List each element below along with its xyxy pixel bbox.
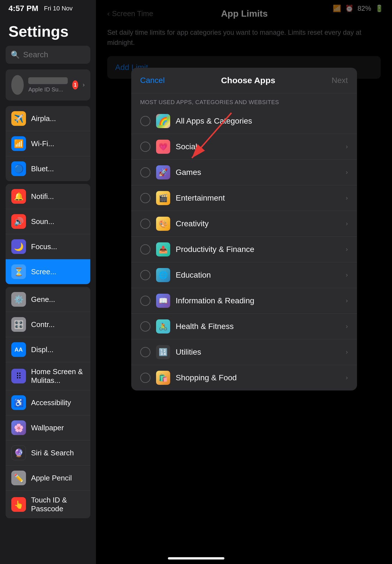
list-item[interactable]: 💗 Social › [131, 134, 357, 159]
apple-id-sub: Apple ID Su... [28, 86, 63, 93]
chevron-right-icon: › [346, 374, 348, 381]
siri-icon: 🔮 [11, 446, 26, 460]
homescreen-icon: ⠿ [11, 369, 26, 383]
wifi-settings-icon: 📶 [11, 136, 26, 151]
utilities-icon: 🔢 [156, 345, 170, 359]
sidebar-item-screentime[interactable]: ⏳ Scree... [6, 259, 90, 284]
list-item[interactable]: 🚴 Health & Fitness › [131, 313, 357, 339]
sidebar-item-bluetooth[interactable]: 🔵 Bluet... [6, 156, 90, 181]
sidebar-item-touchid[interactable]: 👆 Touch ID & Passcode [6, 491, 90, 518]
siri-label: Siri & Search [31, 449, 85, 457]
homescreen-label: Home Screen & Mulitas... [31, 367, 85, 385]
display-label: Displ... [31, 345, 85, 354]
apple-id-name-blur [28, 77, 68, 84]
screentime-label: Scree... [31, 267, 85, 276]
list-item[interactable]: 🌈 All Apps & Categories [131, 108, 357, 134]
list-item[interactable]: 📖 Information & Reading › [131, 288, 357, 313]
category-name: Education [176, 271, 340, 280]
radio-button[interactable] [140, 321, 150, 332]
list-item[interactable]: 🌐 Education › [131, 262, 357, 288]
radio-button[interactable] [140, 116, 150, 126]
list-item[interactable]: 🎬 Entertainment › [131, 185, 357, 211]
games-icon: 🚀 [156, 165, 170, 179]
sidebar-item-homescreen[interactable]: ⠿ Home Screen & Mulitas... [6, 362, 90, 390]
wifi-label: Wi-Fi... [31, 139, 85, 148]
radio-button[interactable] [140, 142, 150, 152]
chevron-right-icon: › [346, 297, 348, 304]
chevron-right-icon: › [83, 81, 85, 89]
all-apps-icon: 🌈 [156, 114, 170, 128]
category-name: Productivity & Finance [176, 245, 340, 254]
sidebar-item-accessibility[interactable]: ♿ Accessibility [6, 390, 90, 415]
radio-button[interactable] [140, 167, 150, 177]
radio-button[interactable] [140, 219, 150, 229]
network-section: ✈️ Airpla... 📶 Wi-Fi... 🔵 Bluet... [6, 106, 90, 181]
list-item[interactable]: 📤 Productivity & Finance › [131, 236, 357, 262]
sidebar-item-airplane[interactable]: ✈️ Airpla... [6, 106, 90, 131]
chevron-right-icon: › [346, 271, 348, 279]
focus-label: Focus... [31, 242, 85, 251]
category-name: Shopping & Food [176, 373, 340, 382]
category-list: 🌈 All Apps & Categories 💗 Social › 🚀 Gam… [131, 108, 357, 390]
list-item[interactable]: 🚀 Games › [131, 159, 357, 185]
list-item[interactable]: 🔢 Utilities › [131, 339, 357, 365]
airplane-icon: ✈️ [11, 111, 26, 126]
sidebar-item-sounds[interactable]: 🔊 Soun... [6, 209, 90, 234]
search-bar[interactable]: 🔍 [6, 46, 90, 64]
next-button[interactable]: Next [332, 76, 348, 85]
category-name: Information & Reading [176, 296, 340, 305]
radio-button[interactable] [140, 270, 150, 280]
notifications-label: Notifi... [31, 192, 85, 201]
list-item[interactable]: 🎨 Creativity › [131, 211, 357, 236]
control-label: Contr... [31, 320, 85, 329]
category-name: Social [176, 142, 340, 151]
control-icon: 🎛️ [11, 317, 26, 332]
touchid-icon: 👆 [11, 497, 26, 512]
list-item[interactable]: 🛍️ Shopping & Food › [131, 365, 357, 390]
search-input[interactable] [23, 50, 85, 59]
general-section: ⚙️ Gene... 🎛️ Contr... AA Displ... ⠿ Hom… [6, 287, 90, 518]
sidebar-item-notifications[interactable]: 🔔 Notifi... [6, 184, 90, 209]
sidebar-item-focus[interactable]: 🌙 Focus... [6, 234, 90, 259]
radio-button[interactable] [140, 347, 150, 357]
modal-title: Choose Apps [221, 76, 275, 85]
bluetooth-icon: 🔵 [11, 161, 26, 176]
apple-id-text: Apple ID Su... [28, 77, 68, 93]
sidebar-item-control[interactable]: 🎛️ Contr... [6, 312, 90, 337]
avatar [11, 75, 24, 95]
bluetooth-label: Bluet... [31, 164, 85, 173]
sidebar-item-general[interactable]: ⚙️ Gene... [6, 287, 90, 312]
applepencil-icon: ✏️ [11, 471, 26, 485]
screentime-icon: ⏳ [11, 264, 26, 279]
radio-button[interactable] [140, 244, 150, 254]
display-icon: AA [11, 342, 26, 357]
sidebar-item-siri[interactable]: 🔮 Siri & Search [6, 440, 90, 466]
accessibility-label: Accessibility [31, 398, 85, 407]
radio-button[interactable] [140, 373, 150, 383]
social-icon: 💗 [156, 140, 170, 154]
touchid-label: Touch ID & Passcode [31, 496, 85, 513]
wallpaper-icon: 🌸 [11, 420, 26, 435]
radio-button[interactable] [140, 193, 150, 203]
chevron-right-icon: › [346, 246, 348, 253]
chevron-right-icon: › [346, 143, 348, 150]
chevron-right-icon: › [346, 323, 348, 330]
airplane-label: Airpla... [31, 114, 85, 123]
apple-id-badge: 1 [72, 80, 78, 89]
radio-button[interactable] [140, 296, 150, 306]
focus-icon: 🌙 [11, 239, 26, 254]
search-icon: 🔍 [11, 51, 20, 59]
status-time: 4:57 PM Fri 10 Nov [8, 4, 73, 13]
apple-id-row[interactable]: Apple ID Su... 1 › [6, 69, 90, 100]
sidebar-item-applepencil[interactable]: ✏️ Apple Pencil [6, 466, 90, 491]
sidebar-item-display[interactable]: AA Displ... [6, 337, 90, 362]
productivity-icon: 📤 [156, 242, 170, 256]
sidebar-item-wifi[interactable]: 📶 Wi-Fi... [6, 131, 90, 156]
sidebar-item-wallpaper[interactable]: 🌸 Wallpaper [6, 415, 90, 440]
entertainment-icon: 🎬 [156, 191, 170, 205]
modal-overlay: Cancel Choose Apps Next MOST USED APPS, … [96, 0, 392, 564]
creativity-icon: 🎨 [156, 217, 170, 231]
cancel-button[interactable]: Cancel [140, 76, 165, 85]
general-label: Gene... [31, 295, 85, 304]
category-name: Creativity [176, 219, 340, 228]
